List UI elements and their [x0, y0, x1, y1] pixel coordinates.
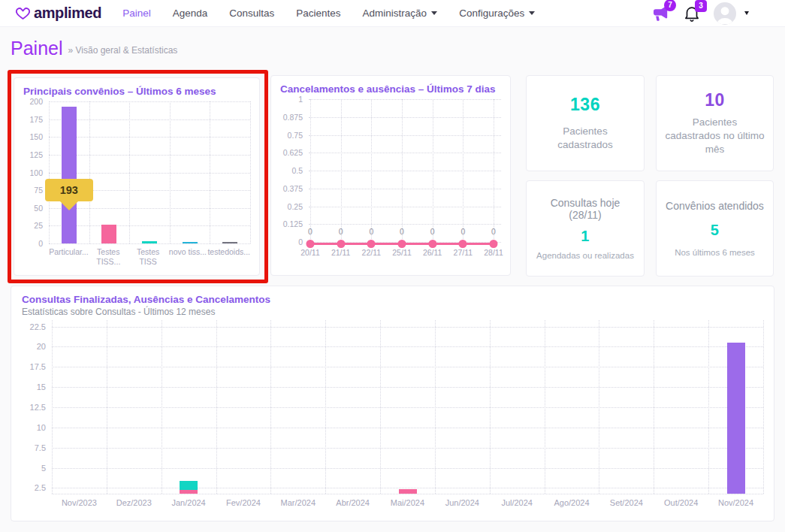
- card-consultas-12-meses: Consultas Finalizadas, Ausências e Cance…: [11, 286, 774, 521]
- data-point-label: 0: [400, 227, 404, 236]
- bar-Jan-2024[interactable]: [180, 481, 198, 490]
- data-point-26-11[interactable]: [428, 240, 436, 248]
- gridline: [52, 468, 763, 469]
- nav-administracao[interactable]: Administração: [363, 8, 438, 19]
- gridline: [210, 101, 210, 243]
- gridline: [49, 173, 250, 174]
- gridline: [49, 137, 250, 138]
- gridline: [49, 101, 50, 243]
- bar-Jan-2024[interactable]: [180, 490, 198, 494]
- chevron-down-icon: [431, 11, 437, 15]
- y-axis-label: 125: [29, 150, 43, 159]
- bar-Testes-TISS...[interactable]: [101, 225, 116, 244]
- x-axis-label: 27/11: [454, 248, 473, 257]
- gridline: [49, 119, 250, 120]
- x-axis-label: 26/11: [423, 248, 442, 257]
- gridline: [52, 367, 763, 367]
- nav-configuracoes[interactable]: Configurações: [459, 8, 535, 19]
- gridline: [49, 243, 250, 244]
- gridline: [341, 99, 342, 242]
- plot-area: 193: [49, 101, 250, 243]
- stat-value: 1: [581, 228, 590, 245]
- bar-novo-tiss...[interactable]: [183, 242, 198, 243]
- y-axis-label: 0.375: [283, 184, 303, 193]
- y-axis-label: 0.625: [283, 148, 303, 157]
- data-point-28-11[interactable]: [490, 240, 498, 248]
- bar-Mai-2024[interactable]: [399, 489, 417, 494]
- x-axis-label: Nov/2023: [52, 498, 107, 508]
- tooltip-arrow: [59, 201, 79, 210]
- user-menu[interactable]: [714, 2, 749, 25]
- heart-logo-icon: [15, 5, 31, 21]
- breadcrumb: » Visão geral & Estatísticas: [68, 45, 178, 56]
- nav-pacientes[interactable]: Pacientes: [296, 8, 340, 19]
- x-axis-label: novo tiss...: [168, 247, 208, 266]
- gridline: [162, 320, 162, 494]
- announcements-button[interactable]: 7: [651, 4, 670, 23]
- chart-subtitle: Estatísticas sobre Consultas - Últimos 1…: [22, 307, 763, 317]
- x-axis-label: Fev/2024: [216, 498, 271, 508]
- x-axis-label: 20/11: [300, 248, 320, 257]
- bar-Nov-2024[interactable]: [727, 343, 745, 494]
- notifications-button[interactable]: 3: [683, 5, 701, 23]
- y-axis-label: 0: [298, 237, 303, 246]
- nav-label: Configurações: [459, 8, 524, 19]
- stat-pacientes-ultimo-mes: 10 Pacientes cadastrados no último mês: [656, 75, 774, 171]
- navbar: amplimed Painel Agenda Consultas Pacient…: [0, 0, 785, 27]
- data-point-label: 0: [369, 227, 373, 236]
- x-axis-label: 25/11: [392, 248, 412, 257]
- y-axis-label: 0.25: [288, 202, 303, 211]
- nav-agenda[interactable]: Agenda: [173, 8, 208, 19]
- nav-label: Pacientes: [296, 8, 340, 19]
- data-point-27-11[interactable]: [459, 240, 467, 248]
- gridline: [52, 448, 763, 449]
- x-axis-label: Particular...: [49, 247, 89, 266]
- y-axis-label: 0.5: [291, 166, 303, 175]
- y-axis-label: 22.5: [30, 322, 46, 331]
- stat-value: 136: [570, 95, 600, 115]
- nav-painel[interactable]: Painel: [122, 8, 151, 19]
- bar-testedoids...[interactable]: [222, 242, 237, 243]
- gridline: [270, 320, 271, 494]
- data-point-21-11[interactable]: [337, 240, 345, 248]
- bar-tooltip: 193: [45, 179, 93, 210]
- bar-Particular...[interactable]: [62, 107, 77, 243]
- nav-label: Consultas: [229, 8, 274, 19]
- y-axis-label: 50: [34, 204, 43, 213]
- data-point-22-11[interactable]: [367, 240, 376, 248]
- nav-consultas[interactable]: Consultas: [229, 8, 274, 19]
- gridline: [708, 320, 709, 494]
- gridline: [52, 346, 763, 347]
- y-axis-label: 10: [37, 423, 46, 432]
- consultas-12-meses-chart: 22.52017.51512.5107.552.5 Nov/2023Dez/20…: [22, 320, 763, 508]
- gridline: [52, 428, 763, 428]
- x-axis-label: Mai/2024: [380, 498, 435, 508]
- y-axis-label: 0.75: [288, 131, 303, 140]
- gridline: [380, 320, 381, 494]
- chart-title: Cancelamentos e ausências – Últimos 7 di…: [280, 83, 501, 95]
- stat-title: Convênios atendidos: [666, 200, 764, 212]
- gridline: [49, 101, 250, 102]
- stat-value: 10: [705, 90, 725, 110]
- gridline: [654, 320, 654, 494]
- data-point-25-11[interactable]: [398, 240, 406, 248]
- gridline: [49, 155, 250, 156]
- brand-logo[interactable]: amplimed: [15, 5, 101, 22]
- gridline: [463, 99, 463, 242]
- data-point-20-11[interactable]: [306, 240, 315, 248]
- brand-name: amplimed: [34, 5, 101, 22]
- y-axis-label: 0: [38, 239, 43, 248]
- x-axis-label: Jun/2024: [435, 498, 490, 508]
- stat-title: Consultas hoje (28/11): [534, 197, 636, 221]
- x-axis: 20/1121/1122/1125/1126/1127/1128/11: [310, 248, 494, 261]
- gridline: [325, 320, 326, 494]
- bar-Testes-TISS[interactable]: [142, 241, 157, 243]
- gridline: [599, 320, 599, 494]
- stat-label: Pacientes cadastrados: [534, 125, 636, 152]
- chevron-down-icon: [529, 11, 535, 15]
- chart-title: Consultas Finalizadas, Ausências e Cance…: [22, 294, 763, 305]
- y-axis-label: 75: [34, 186, 43, 195]
- y-axis-label: 2.5: [35, 483, 46, 492]
- stat-caption: Agendadas ou realizadas: [536, 251, 634, 260]
- x-axis-label: Dez/2023: [107, 498, 162, 508]
